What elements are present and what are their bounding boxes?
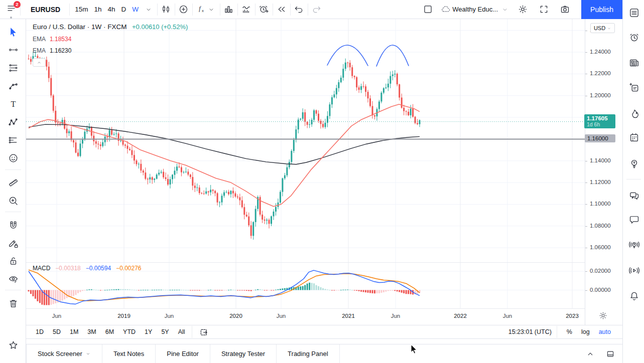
measure-ruler-icon[interactable] [7, 176, 20, 189]
time-axis-label[interactable]: 2023 [566, 313, 579, 319]
snapshot-camera-icon[interactable] [558, 3, 572, 17]
chart-area[interactable]: Euro / U.S. Dollar · 1W · FXCM +0.00610 … [26, 19, 622, 363]
macd-label: MACD [33, 265, 50, 272]
range-button-6m[interactable]: 6M [101, 328, 118, 335]
publish-button[interactable]: Publish [581, 0, 622, 19]
streams-icon[interactable] [627, 264, 640, 277]
favorites-star-icon[interactable] [7, 338, 20, 351]
time-axis-label[interactable]: Jun [503, 313, 512, 319]
hide-drawings-eye-icon[interactable] [7, 272, 20, 285]
time-axis-label[interactable]: 2022 [454, 313, 467, 319]
collapse-panel-icon[interactable] [583, 347, 597, 361]
range-button-5y[interactable]: 5Y [157, 328, 173, 335]
fib-retracement-icon[interactable] [7, 61, 20, 74]
candles-style-icon[interactable] [159, 3, 173, 17]
symbol-search-button[interactable]: EURUSD [31, 6, 60, 14]
range-button-ytd[interactable]: YTD [118, 328, 140, 335]
compare-bars-icon[interactable] [222, 3, 236, 17]
time-axis-label[interactable]: 2021 [342, 313, 355, 319]
axis-tick [585, 248, 587, 248]
pane-separator[interactable] [26, 262, 622, 263]
tab-text-notes[interactable]: Text Notes [102, 344, 156, 363]
range-button-1d[interactable]: 1D [31, 328, 48, 335]
caret-icon[interactable] [204, 3, 218, 17]
tab-trading-panel[interactable]: Trading Panel [277, 344, 339, 363]
time-axis-label[interactable]: Jun [391, 313, 401, 319]
scale-toggle-auto[interactable]: auto [594, 328, 615, 335]
tab-strategy-tester[interactable]: Strategy Tester [210, 344, 277, 363]
time-axis-label[interactable]: 2019 [117, 313, 131, 319]
currency-toggle[interactable]: USD [590, 23, 615, 33]
price-axis-label: 1.10000 [590, 201, 611, 207]
interval-menu-caret[interactable] [142, 3, 156, 17]
bar-countdown: 1d 6h [587, 121, 613, 127]
forecast-position-icon[interactable] [7, 133, 20, 146]
redo-icon[interactable] [310, 3, 324, 17]
cursor-icon[interactable] [7, 25, 20, 38]
private-chat-icon[interactable] [627, 213, 640, 226]
live-ideas-icon[interactable] [627, 238, 640, 251]
draw-lock-icon[interactable] [7, 236, 20, 249]
indicator-templates-icon[interactable] [239, 3, 253, 17]
interval-button-4h[interactable]: 4h [104, 6, 118, 13]
magnet-icon[interactable] [7, 218, 20, 231]
range-button-3m[interactable]: 3M [83, 328, 100, 335]
calendar-icon[interactable] [627, 131, 640, 144]
main-menu-button[interactable]: 2 [4, 3, 18, 17]
text-tool-icon[interactable]: T [7, 97, 20, 110]
scale-toggle-percent[interactable]: % [562, 328, 577, 335]
time-axis-label[interactable]: Jun [277, 313, 286, 319]
axis-settings-gear-icon[interactable] [598, 311, 608, 322]
time-axis-label[interactable]: 2020 [229, 313, 242, 319]
ema-legend-row[interactable]: EMA1.18534 [33, 36, 188, 43]
curve-icon[interactable] [7, 79, 20, 92]
tab-pine-editor[interactable]: Pine Editor [156, 344, 210, 363]
go-to-date-icon[interactable] [197, 325, 211, 339]
time-axis[interactable]: Jun2019Jun2020Jun2021Jun2022Jun2023 [26, 309, 585, 325]
interval-button-d[interactable]: D [118, 6, 129, 13]
news-icon[interactable] [627, 56, 640, 69]
watchlist-icon[interactable] [627, 6, 640, 19]
layout-select-icon[interactable] [421, 3, 435, 17]
alerts-clock-icon[interactable] [627, 31, 640, 44]
remove-trash-icon[interactable] [7, 297, 20, 310]
range-button-all[interactable]: All [174, 328, 190, 335]
panel-layout-icon[interactable] [603, 347, 617, 361]
right-sidebar [622, 0, 644, 363]
clock[interactable]: 15:23:01 (UTC) [508, 328, 552, 335]
alert-clock-icon[interactable] [257, 3, 271, 17]
tab-stock-screener[interactable]: Stock Screener [26, 344, 102, 363]
price-axis[interactable]: 1.260001.240001.220001.200001.180001.140… [585, 19, 622, 325]
macd-legend[interactable]: MACD −0.00318 −0.00594 −0.00276 [33, 265, 142, 272]
lock-all-icon[interactable] [7, 254, 20, 267]
range-button-5d[interactable]: 5D [48, 328, 65, 335]
trend-line-icon[interactable] [7, 43, 20, 56]
symbol-title[interactable]: Euro / U.S. Dollar · 1W · FXCM [33, 23, 127, 31]
notifications-bell-icon[interactable] [627, 289, 640, 302]
macd-hist-value: −0.00318 [55, 265, 80, 272]
zoom-in-icon[interactable] [7, 194, 20, 207]
time-axis-label[interactable]: Jun [165, 313, 174, 319]
hotlists-flame-icon[interactable] [627, 107, 640, 120]
emoji-icon[interactable] [7, 151, 20, 164]
settings-gear-icon[interactable] [516, 3, 530, 17]
ema-legend-row[interactable]: EMA1.16230 [33, 47, 188, 54]
fullscreen-icon[interactable] [537, 3, 551, 17]
compare-add-icon[interactable] [177, 3, 191, 17]
layout-name-button[interactable]: Wealthy Educ... [438, 3, 512, 17]
interval-button-w[interactable]: W [129, 6, 142, 13]
text-notes-icon[interactable] [627, 81, 640, 94]
public-chats-icon[interactable] [627, 189, 640, 202]
collapse-legend-button[interactable] [33, 58, 46, 67]
scale-toggle-log[interactable]: log [577, 328, 594, 335]
time-axis-label[interactable]: Jun [52, 313, 62, 319]
range-button-1y[interactable]: 1Y [140, 328, 157, 335]
bar-replay-icon[interactable] [275, 3, 289, 17]
ideas-bulb-icon[interactable] [627, 157, 640, 170]
undo-icon[interactable] [292, 3, 306, 17]
interval-button-1h[interactable]: 1h [91, 6, 104, 13]
interval-button-15m[interactable]: 15m [72, 6, 91, 13]
xabcd-pattern-icon[interactable] [7, 115, 20, 128]
toolbar-icons: fx [156, 3, 324, 17]
range-button-1m[interactable]: 1M [65, 328, 83, 335]
